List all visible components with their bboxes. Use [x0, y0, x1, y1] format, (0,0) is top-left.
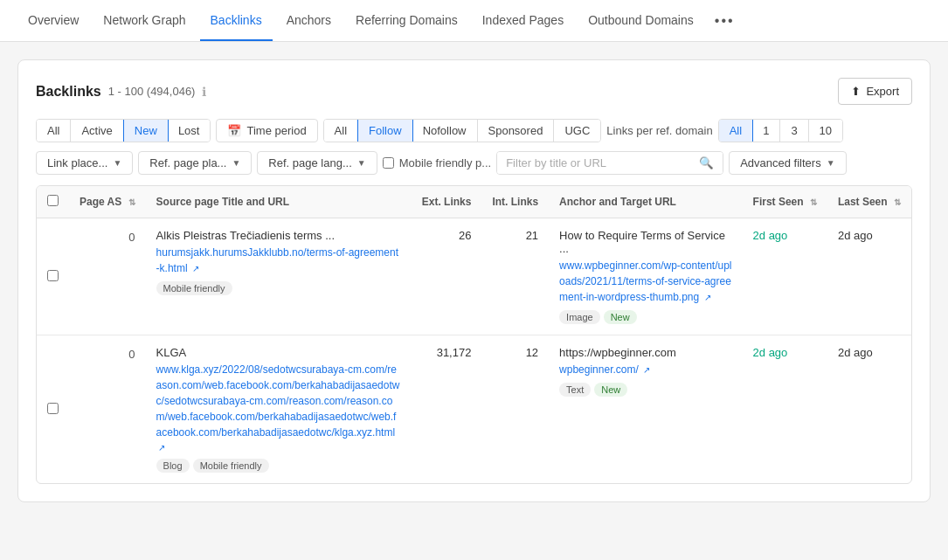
table-header: Page AS ⇅ Source page Title and URL Ext.… — [37, 186, 911, 218]
follow-filter-all[interactable]: All — [324, 120, 358, 142]
row-2-first-seen-link[interactable]: 2d ago — [753, 346, 788, 359]
links-per-1[interactable]: 1 — [752, 120, 780, 142]
follow-filter-follow[interactable]: Follow — [357, 119, 413, 142]
page-as-sort-icon[interactable]: ⇅ — [128, 197, 135, 207]
row-2-anchor-url[interactable]: wpbeginner.com/ — [559, 363, 639, 376]
mobile-friendly-label[interactable]: Mobile friendly p... — [383, 156, 492, 169]
row-2-last-seen-text: 2d ago — [838, 346, 873, 359]
card-title-row: Backlinks 1 - 100 (494,046) ℹ — [36, 84, 206, 100]
link-place-label: Link place... — [47, 156, 107, 169]
row-2-last-seen: 2d ago — [827, 335, 911, 484]
ref-page-place-label: Ref. page pla... — [149, 156, 226, 169]
row-2-source-page: KLGA www.klga.xyz/2022/08/sedotwcsurabay… — [146, 335, 412, 484]
follow-filter-group: All Follow Nofollow Sponsored UGC — [323, 119, 602, 142]
backlinks-table-wrapper: Page AS ⇅ Source page Title and URL Ext.… — [36, 185, 912, 484]
row-1-int-links: 21 — [481, 218, 549, 335]
row-1-ext-link-icon: ↗ — [192, 264, 199, 273]
type-filter-all[interactable]: All — [37, 120, 71, 142]
row-2-ext-links: 31,172 — [412, 335, 482, 484]
row-1-last-seen-text: 2d ago — [838, 229, 873, 242]
info-icon[interactable]: ℹ — [202, 85, 206, 99]
row-1-tags: Mobile friendly — [156, 281, 401, 295]
type-filter-group: All Active New Lost — [36, 119, 211, 142]
th-first-seen-label: First Seen — [753, 196, 804, 208]
links-per-label: Links per ref. domain — [606, 124, 712, 137]
row-1-first-seen-link[interactable]: 2d ago — [753, 229, 788, 242]
nav-item-outbound-domains[interactable]: Outbound Domains — [578, 1, 704, 41]
nav-item-overview[interactable]: Overview — [17, 1, 89, 41]
advanced-filters-label: Advanced filters — [740, 156, 821, 169]
export-label: Export — [866, 85, 899, 98]
type-filter-new[interactable]: New — [123, 119, 169, 142]
row-1-anchor-tag-image: Image — [559, 310, 600, 324]
main-content: Backlinks 1 - 100 (494,046) ℹ ⬆ Export A… — [0, 42, 948, 520]
link-place-dropdown[interactable]: Link place... ▼ — [36, 151, 133, 175]
links-per-all[interactable]: All — [718, 119, 753, 142]
th-ext-links: Ext. Links — [412, 186, 482, 218]
first-seen-sort-icon[interactable]: ⇅ — [810, 197, 817, 207]
row-1-checkbox[interactable] — [47, 270, 59, 281]
nav-item-referring-domains[interactable]: Referring Domains — [345, 1, 468, 41]
search-icon: 🔍 — [699, 156, 714, 169]
th-anchor: Anchor and Target URL — [549, 186, 742, 218]
row-1-anchor: How to Require Terms of Service ... www.… — [549, 218, 742, 335]
row-2-anchor-tag-new: New — [594, 383, 627, 397]
row-2-tag-blog: Blog — [156, 459, 190, 473]
type-filter-active[interactable]: Active — [71, 120, 123, 142]
nav-more-button[interactable]: ••• — [708, 1, 742, 41]
nav-item-backlinks[interactable]: Backlinks — [200, 1, 273, 41]
row-2-url[interactable]: www.klga.xyz/2022/08/sedotwcsurabaya-cm.… — [156, 363, 400, 439]
calendar-icon: 📅 — [227, 124, 241, 137]
row-2-anchor-title: https://wpbeginner.com — [559, 346, 731, 359]
nav-item-network-graph[interactable]: Network Graph — [93, 1, 196, 41]
export-button[interactable]: ⬆ Export — [838, 78, 912, 105]
mobile-friendly-checkbox[interactable] — [383, 157, 394, 169]
top-navigation: Overview Network Graph Backlinks Anchors… — [0, 0, 948, 42]
row-2-checkbox[interactable] — [47, 403, 59, 414]
links-per-10[interactable]: 10 — [809, 120, 842, 142]
row-2-title: KLGA — [156, 346, 401, 359]
nav-item-anchors[interactable]: Anchors — [276, 1, 342, 41]
search-input[interactable] — [497, 152, 690, 174]
links-per-group: All 1 3 10 — [718, 119, 843, 142]
th-source-page: Source page Title and URL — [146, 186, 412, 218]
link-place-arrow-icon: ▼ — [113, 158, 121, 168]
th-source-page-label: Source page Title and URL — [156, 196, 289, 208]
row-2-anchor: https://wpbeginner.com wpbeginner.com/ ↗… — [549, 335, 742, 484]
follow-filter-ugc[interactable]: UGC — [554, 120, 600, 142]
advanced-filters-arrow-icon: ▼ — [827, 158, 835, 168]
select-all-checkbox[interactable] — [47, 195, 59, 206]
row-1-last-seen: 2d ago — [827, 218, 911, 335]
row-2-page-as: 0 — [69, 335, 146, 484]
row-1-first-seen: 2d ago — [743, 218, 827, 335]
row-1-anchor-tags: Image New — [559, 310, 731, 324]
advanced-filters-button[interactable]: Advanced filters ▼ — [729, 151, 846, 175]
ref-page-place-dropdown[interactable]: Ref. page pla... ▼ — [138, 151, 252, 175]
row-1-source-page: Alkis Pleistras Trečiadienis terms ... h… — [146, 218, 412, 335]
card-title: Backlinks — [36, 84, 101, 100]
links-per-3[interactable]: 3 — [780, 120, 808, 142]
nav-item-indexed-pages[interactable]: Indexed Pages — [472, 1, 574, 41]
follow-filter-nofollow[interactable]: Nofollow — [412, 120, 478, 142]
row-1-page-as: 0 — [69, 218, 146, 335]
th-first-seen: First Seen ⇅ — [743, 186, 827, 218]
export-icon: ⬆ — [851, 85, 861, 98]
table-row: 0 Alkis Pleistras Trečiadienis terms ...… — [37, 218, 911, 335]
row-2-tags: Blog Mobile friendly — [156, 459, 401, 473]
type-filter-lost[interactable]: Lost — [168, 120, 211, 142]
last-seen-sort-icon[interactable]: ⇅ — [894, 197, 901, 207]
row-1-ext-links: 26 — [412, 218, 482, 335]
search-icon-button[interactable]: 🔍 — [690, 152, 723, 174]
time-period-button[interactable]: 📅 Time period — [216, 119, 317, 142]
row-1-title: Alkis Pleistras Trečiadienis terms ... — [156, 229, 401, 242]
th-int-links-label: Int. Links — [492, 196, 538, 208]
th-checkbox — [37, 186, 69, 218]
time-period-label: Time period — [246, 124, 306, 137]
filter-row-1: All Active New Lost 📅 Time period All Fo… — [36, 119, 912, 142]
table-body: 0 Alkis Pleistras Trečiadienis terms ...… — [37, 218, 911, 484]
search-box: 🔍 — [496, 151, 723, 175]
follow-filter-sponsored[interactable]: Sponsored — [478, 120, 555, 142]
row-1-checkbox-cell — [37, 218, 69, 335]
th-ext-links-label: Ext. Links — [422, 196, 472, 208]
ref-page-lang-dropdown[interactable]: Ref. page lang... ▼ — [257, 151, 377, 175]
